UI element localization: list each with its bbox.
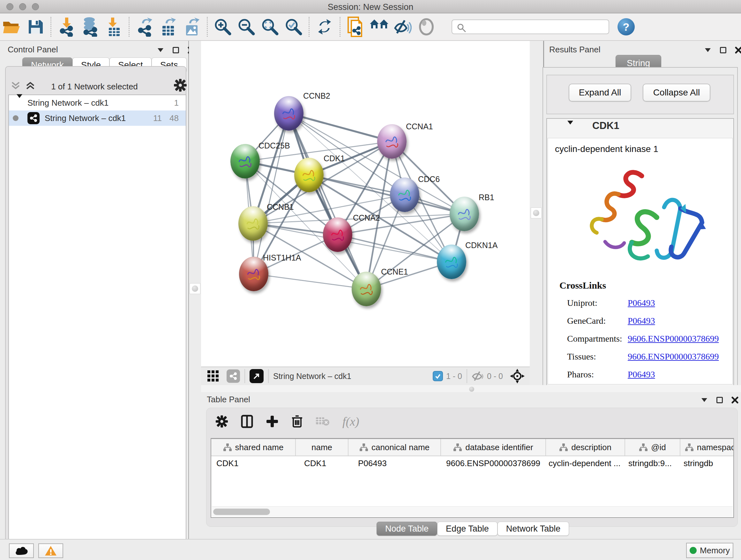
network-node-CCNE1[interactable] bbox=[352, 272, 381, 306]
memory-button[interactable]: Memory bbox=[686, 543, 733, 558]
network-node-CDC6[interactable] bbox=[390, 178, 419, 212]
network-node-RB1[interactable] bbox=[450, 197, 479, 231]
sphere-toggle-button[interactable] bbox=[414, 16, 438, 37]
crosslink-value-link[interactable]: P06493 bbox=[628, 316, 655, 326]
float-panel-icon[interactable] bbox=[714, 395, 725, 405]
close-panel-icon[interactable] bbox=[730, 395, 740, 405]
enable-glass-ball-button[interactable] bbox=[391, 16, 414, 37]
zoom-in-button[interactable] bbox=[211, 16, 234, 37]
column-header-shared-name[interactable]: shared name bbox=[211, 439, 296, 456]
network-node-CDK1[interactable] bbox=[294, 158, 324, 192]
export-table-button[interactable] bbox=[156, 16, 180, 37]
collapse-panel-icon[interactable] bbox=[699, 395, 710, 405]
right-splitter-handle[interactable] bbox=[531, 207, 542, 219]
network-collection-row[interactable]: String Network – cdk1 1 bbox=[9, 95, 186, 111]
node-label-RB1: RB1 bbox=[479, 193, 494, 202]
network-node-CCNB1[interactable] bbox=[239, 206, 268, 241]
crosslink-row: Pharos:P06493 bbox=[567, 366, 732, 383]
search-input[interactable] bbox=[469, 21, 606, 33]
tab-node-table[interactable]: Node Table bbox=[377, 522, 437, 536]
right-splitter[interactable] bbox=[530, 41, 543, 391]
expand-all-button[interactable]: Expand All bbox=[569, 84, 631, 102]
database-import-icon bbox=[81, 17, 99, 37]
float-panel-icon[interactable] bbox=[171, 45, 181, 55]
network-options-gear-icon[interactable] bbox=[174, 78, 187, 92]
node-label-CDC25B: CDC25B bbox=[259, 141, 290, 150]
cell-name: CDK1 bbox=[296, 458, 348, 469]
horizontal-splitter-handle[interactable] bbox=[469, 387, 474, 392]
help-button[interactable]: ? bbox=[617, 18, 635, 36]
import-network-file-button[interactable] bbox=[55, 16, 78, 37]
collapse-panel-icon[interactable] bbox=[702, 45, 713, 55]
apply-layout-button[interactable] bbox=[313, 16, 336, 37]
network-node-CCNA2[interactable] bbox=[323, 217, 352, 252]
crosslink-value-link[interactable]: P06493 bbox=[628, 298, 655, 308]
zoom-fit-button[interactable] bbox=[258, 16, 282, 37]
table-row[interactable]: CDK1 CDK1 P06493 9606.ENSP00000378699 cy… bbox=[211, 456, 733, 470]
hidden-counts: 0 - 0 bbox=[487, 372, 503, 381]
string-document-button[interactable] bbox=[344, 16, 367, 37]
delete-table-icon[interactable] bbox=[316, 416, 330, 427]
float-panel-icon[interactable] bbox=[718, 45, 729, 55]
delete-column-icon[interactable] bbox=[291, 415, 303, 428]
column-header-name[interactable]: name bbox=[296, 439, 348, 456]
warning-status-button[interactable] bbox=[38, 543, 63, 558]
crosslink-value-link[interactable]: P06493 bbox=[628, 369, 655, 379]
left-splitter[interactable] bbox=[189, 41, 201, 539]
string-document-icon bbox=[347, 17, 364, 37]
node-label-CDK1: CDK1 bbox=[324, 154, 345, 163]
cell-database-identifier: 9606.ENSP00000378699 bbox=[441, 458, 546, 469]
birdseye-crosshair-icon[interactable] bbox=[510, 369, 525, 383]
string-homes-button[interactable] bbox=[367, 16, 391, 37]
network-node-count: 11 bbox=[153, 113, 162, 123]
open-session-button[interactable] bbox=[0, 16, 23, 37]
node-label-HIST1H1A: HIST1H1A bbox=[263, 253, 301, 262]
column-header-description[interactable]: description bbox=[546, 439, 625, 456]
tab-network-table[interactable]: Network Table bbox=[497, 522, 569, 536]
save-session-button[interactable] bbox=[23, 16, 47, 37]
table-settings-gear-icon[interactable] bbox=[215, 415, 228, 428]
column-header-canonical-name[interactable]: canonical name bbox=[348, 439, 441, 456]
crosslink-row: Uniprot:P06493 bbox=[567, 294, 732, 312]
cloud-status-button[interactable] bbox=[9, 543, 34, 558]
network-view-canvas[interactable]: CCNB2CCNA1CDC25BCDK1CDC6RB1CCNB1CCNA2CDK… bbox=[201, 41, 530, 367]
collapse-all-button[interactable]: Collapse All bbox=[643, 84, 711, 102]
network-row-selected[interactable]: String Network – cdk1 11 48 bbox=[9, 111, 186, 126]
detach-view-icon[interactable] bbox=[250, 369, 264, 383]
selected-checkbox-icon[interactable] bbox=[433, 371, 443, 381]
network-node-CDKN1A[interactable] bbox=[437, 245, 466, 279]
grid-view-icon[interactable] bbox=[207, 370, 219, 382]
show-columns-icon[interactable] bbox=[241, 415, 253, 428]
close-panel-icon[interactable] bbox=[733, 45, 741, 55]
crosslink-label: Compartments: bbox=[567, 330, 628, 348]
import-table-button[interactable] bbox=[102, 16, 125, 37]
zoom-out-button[interactable] bbox=[234, 16, 258, 37]
column-header-at-id[interactable]: @id bbox=[625, 439, 680, 456]
function-builder-icon[interactable]: f(x) bbox=[342, 415, 359, 428]
crosslink-value-link[interactable]: 9606.ENSP00000378699 bbox=[628, 334, 719, 344]
export-network-button[interactable] bbox=[133, 16, 156, 37]
network-badge-icon[interactable] bbox=[226, 369, 240, 383]
network-bullet-icon bbox=[13, 115, 18, 121]
network-node-CCNA1[interactable] bbox=[377, 124, 407, 159]
table-horizontal-scrollbar[interactable] bbox=[212, 506, 733, 516]
gene-section-expand-icon[interactable] bbox=[567, 125, 573, 130]
hidden-eye-slash-icon[interactable] bbox=[472, 371, 484, 381]
table-import-icon bbox=[106, 17, 122, 37]
crosslink-value-link[interactable]: 9606.ENSP00000378699 bbox=[628, 352, 719, 361]
network-node-CDC25B[interactable] bbox=[230, 144, 260, 179]
collapse-panel-icon[interactable] bbox=[155, 45, 166, 55]
export-image-button[interactable] bbox=[180, 16, 204, 37]
tab-edge-table[interactable]: Edge Table bbox=[437, 522, 497, 536]
collection-expand-icon[interactable] bbox=[17, 98, 22, 108]
column-header-namespace[interactable]: namespace bbox=[680, 439, 734, 456]
scrollbar-thumb[interactable] bbox=[213, 509, 270, 515]
import-network-database-button[interactable] bbox=[78, 16, 102, 37]
zoom-selected-button[interactable] bbox=[282, 16, 306, 37]
protein-thumbnail bbox=[245, 214, 262, 234]
zoom-in-icon bbox=[214, 18, 232, 36]
left-splitter-handle[interactable] bbox=[190, 283, 200, 294]
column-header-database-identifier[interactable]: database identifier bbox=[441, 439, 546, 456]
network-node-CCNB2[interactable] bbox=[274, 96, 304, 131]
add-column-icon[interactable] bbox=[266, 415, 279, 428]
